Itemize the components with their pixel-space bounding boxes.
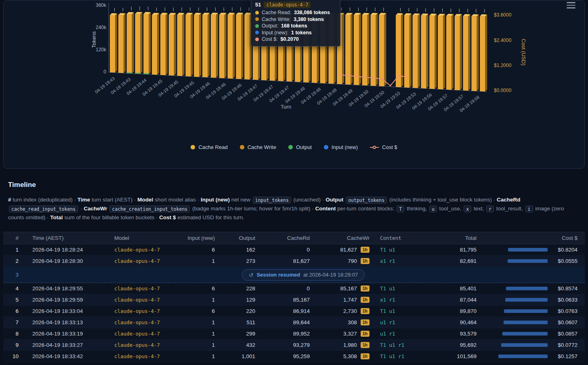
cell-total: 93,579: [423, 328, 477, 340]
menu-icon[interactable]: [567, 2, 575, 10]
code-chip: input_tokens: [253, 197, 291, 203]
total-bar: [508, 259, 548, 263]
cost-value: $0.1257: [554, 353, 578, 359]
table-row[interactable]: 102026-04-19 18:33:42claude-opus-4-711,0…: [3, 351, 585, 362]
tooltip-series-value: 3,380 tokens: [294, 16, 324, 23]
total-bar: [505, 298, 548, 302]
cell-cachewr: 85,1671h: [311, 283, 370, 294]
1h-tier-badge[interactable]: 1h: [361, 342, 370, 348]
legend-item[interactable]: Cost $: [370, 144, 397, 150]
cell-cost: $0.8204: [477, 244, 585, 256]
session-row-index-link[interactable]: 3: [3, 267, 22, 283]
col-header-idx: #: [3, 232, 22, 244]
cost-value: $0.0607: [554, 319, 578, 325]
description-text: short model alias ·: [153, 197, 201, 203]
description-text: CacheRd: [497, 197, 521, 203]
description-text: #: [8, 197, 13, 203]
session-resume-icon: ↺: [249, 272, 254, 278]
cost-value: $0.8204: [554, 247, 578, 253]
cell-cost: $0.1257: [477, 351, 585, 362]
cell-turn-index: 5: [3, 294, 22, 306]
tooltip-series-label: Input (new):: [262, 29, 288, 36]
1h-tier-badge[interactable]: 1h: [361, 353, 370, 359]
cell-cachewr: 5,3081h: [311, 351, 370, 362]
legend-item[interactable]: Cache Write: [240, 144, 276, 150]
cell-turn-index: 9: [3, 340, 22, 351]
table-row[interactable]: 42026-04-19 18:29:55claude-opus-4-762280…: [3, 283, 585, 294]
table-row[interactable]: 52026-04-19 18:29:59claude-opus-4-711298…: [3, 294, 585, 306]
cell-model: claude-opus-4-7: [105, 351, 175, 362]
cell-input: 1: [175, 317, 216, 328]
cell-model: claude-opus-4-7: [105, 340, 175, 351]
cell-cost: $0.0857: [477, 328, 585, 340]
table-row[interactable]: 92026-04-19 18:33:27claude-opus-4-714329…: [3, 340, 585, 351]
cell-cost: $0.0763: [477, 306, 585, 317]
col-header-cost: Cost $: [477, 232, 585, 244]
cachewr-value: 81,627: [340, 247, 357, 253]
series-color-dot-icon: [255, 38, 259, 41]
cell-cost: $0.0633: [477, 294, 585, 306]
legend-label: Cache Read: [198, 144, 227, 150]
cell-time: 2026-04-19 18:33:13: [22, 317, 105, 328]
col-header-total: Total: [423, 232, 477, 244]
cell-model: claude-opus-4-7: [105, 328, 175, 340]
table-row[interactable]: 72026-04-19 18:33:13claude-opus-4-715118…: [3, 317, 585, 328]
1h-tier-badge[interactable]: 1h: [361, 247, 370, 253]
cell-input: 1: [175, 340, 216, 351]
timeline-table: #Time (AEST)ModelInput (new)OutputCacheR…: [3, 232, 585, 362]
cost-value: $0.0633: [554, 297, 578, 303]
cell-cost: $0.0607: [477, 317, 585, 328]
cost-value: $0.0772: [554, 342, 578, 348]
legend-item[interactable]: Output: [288, 144, 312, 150]
description-text: tool_use,: [438, 206, 463, 212]
cell-cacherd: 0: [256, 244, 311, 256]
description-text: [343, 197, 345, 203]
table-row[interactable]: 82026-04-19 18:33:19claude-opus-4-712998…: [3, 328, 585, 340]
cell-cacherd: 95,259: [256, 351, 311, 362]
description-text: Total: [50, 214, 63, 220]
col-header-cachewr: CacheWr: [311, 232, 370, 244]
1h-tier-badge[interactable]: 1h: [361, 308, 370, 314]
cell-input: 1: [175, 351, 216, 362]
legend-item[interactable]: Cache Read: [191, 144, 227, 150]
chart-legend: Cache ReadCache WriteOutputInput (new)Co…: [4, 144, 584, 150]
svg-text:240k: 240k: [96, 25, 107, 30]
series-color-dot-icon: [255, 31, 259, 34]
legend-dot-marker-icon: [324, 145, 328, 149]
cachewr-value: 308: [348, 319, 357, 325]
cell-turn-index: 10: [3, 351, 22, 362]
cell-time: 2026-04-19 18:29:59: [22, 294, 105, 306]
1h-tier-badge[interactable]: 1h: [361, 331, 370, 337]
cell-content-blocks: x1 r1: [370, 256, 423, 267]
chart-tooltip: 51claude-opus-4-7 Cache Read:338,086 tok…: [251, 0, 340, 46]
cell-content-blocks: T1 u1: [370, 244, 423, 256]
cell-cachewr: 2,7301h: [311, 306, 370, 317]
cell-output: 228: [216, 283, 256, 294]
legend-label: Cache Write: [248, 144, 276, 150]
1h-tier-badge[interactable]: 1h: [361, 285, 370, 292]
session-resumed-badge: ↺Session resumedat 2026-04-19 18:29:07: [242, 269, 365, 281]
tooltip-series-value: 1 tokens: [291, 29, 312, 36]
table-row[interactable]: 22026-04-19 18:28:30claude-opus-4-712738…: [3, 256, 585, 267]
legend-dot-marker-icon: [240, 145, 244, 149]
cell-time: 2026-04-19 18:28:24: [22, 244, 105, 256]
cell-cacherd: 85,167: [256, 294, 311, 306]
total-bar: [504, 309, 548, 313]
total-bar: [508, 248, 548, 252]
1h-tier-badge[interactable]: 1h: [361, 297, 370, 303]
description-text: (uncached) ·: [292, 197, 326, 203]
table-row[interactable]: 62026-04-19 18:33:04claude-opus-4-762208…: [3, 306, 585, 317]
legend-dot-marker-icon: [191, 145, 195, 149]
description-text: thinking,: [405, 206, 428, 212]
cell-output: 1,001: [216, 351, 256, 362]
svg-text:120k: 120k: [96, 47, 107, 52]
cell-content-blocks: u1 r1: [370, 317, 423, 328]
table-row[interactable]: 12026-04-19 18:28:24claude-opus-4-761620…: [3, 244, 585, 256]
cell-total: 101,569: [423, 351, 477, 362]
1h-tier-badge[interactable]: 1h: [361, 258, 370, 264]
legend-item[interactable]: Input (new): [324, 144, 358, 150]
cell-output: 511: [216, 317, 256, 328]
cost-value: $0.0857: [554, 331, 578, 337]
description-text: (includes thinking + tool_use block toke…: [388, 197, 497, 203]
1h-tier-badge[interactable]: 1h: [361, 319, 370, 325]
